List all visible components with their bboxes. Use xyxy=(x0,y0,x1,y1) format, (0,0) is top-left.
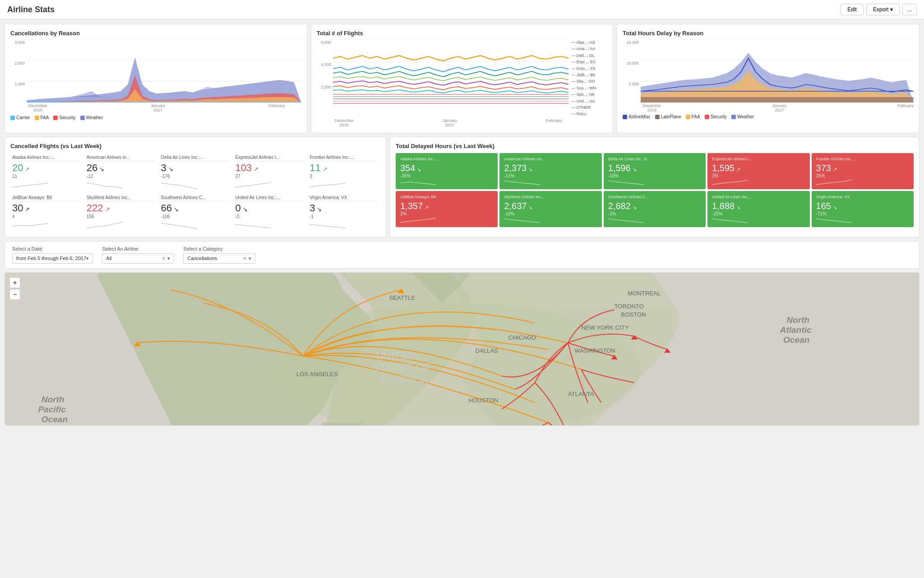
cancellations-chart-panel: Cancellations by Reason 3,000 2,000 1,00… xyxy=(5,24,307,133)
sparkline-american xyxy=(87,181,123,190)
legend-faa-dot xyxy=(35,116,39,120)
sparkline-delayed-southwest xyxy=(608,216,644,224)
delayed-skywest: SkyWest Airlines Inc... 2,637 ↘ -10% xyxy=(499,191,601,227)
delay-x-labels: December2016 January2017 February xyxy=(623,103,914,112)
x-label-jan-cancel: January2017 xyxy=(151,103,165,112)
header-buttons: Edit Export ▾ ... xyxy=(841,4,917,15)
legend-weather: Weather xyxy=(80,115,103,120)
category-filter-clear[interactable]: ✕ xyxy=(243,256,247,261)
category-filter-label: Select a Category xyxy=(183,246,255,252)
x-label-feb-cancel: February xyxy=(269,103,285,112)
svg-text:SEATTLE: SEATTLE xyxy=(389,294,416,301)
sparkline-expressjet xyxy=(235,181,271,190)
svg-text:Atlantic: Atlantic xyxy=(780,325,812,335)
sparkline-delayed-delta xyxy=(608,178,644,186)
app-header: Airline Stats Edit Export ▾ ... xyxy=(0,0,924,19)
svg-text:CHICAGO: CHICAGO xyxy=(508,334,536,341)
sparkline-skywest xyxy=(87,221,123,230)
flights-svg xyxy=(333,39,569,107)
delayed-jetblue: JetBlue Airways: B6 1,357 ↗ 2% xyxy=(396,191,498,227)
legend-weather-label: Weather xyxy=(86,115,103,120)
map-zoom-in[interactable]: + xyxy=(9,277,20,288)
map-panel: + − xyxy=(5,272,919,426)
delay-svg xyxy=(641,39,914,103)
svg-text:North: North xyxy=(786,315,809,325)
airline-filter-select[interactable]: All ✕ ▾ xyxy=(102,253,174,264)
map-controls: + − xyxy=(9,277,20,300)
legend-security-label: Security xyxy=(59,115,75,120)
airline-filter-group: Select An Airline: All ✕ ▾ xyxy=(102,246,174,264)
cancelled-jetblue: JetBlue Airways: B6 30 ↗ 4 xyxy=(10,193,83,232)
cancellations-chart-title: Cancellations by Reason xyxy=(10,30,301,37)
cancelled-alaska: Alaska Airlines Inc.:... 20 ↗ 11 xyxy=(10,153,83,191)
sparkline-delayed-alaska xyxy=(400,178,436,186)
delayed-panel: Total Delayed Hours (vs Last Week) Alask… xyxy=(390,137,919,238)
sparkline-delayed-skywest xyxy=(504,216,540,224)
edit-button[interactable]: Edit xyxy=(841,4,864,15)
sparkline-united-cancelled xyxy=(235,221,271,230)
main-content: Cancellations by Reason 3,000 2,000 1,00… xyxy=(0,19,924,430)
cancelled-airline-grid: Alaska Airlines Inc.:... 20 ↗ 11 America… xyxy=(10,153,380,232)
delayed-united: United Air Lines Inc.:... 1,888 ↘ -15% xyxy=(707,191,809,227)
x-label-dec-cancel: December2016 xyxy=(28,103,47,112)
legend-faa: FAA xyxy=(35,115,49,120)
y-4000: 4,000 xyxy=(317,62,331,67)
svg-text:LOS ANGELES: LOS ANGELES xyxy=(296,370,338,377)
category-filter-select[interactable]: Cancellations ✕ ▾ xyxy=(183,253,255,264)
charts-row: Cancellations by Reason 3,000 2,000 1,00… xyxy=(5,24,919,133)
map-svg: North Pacific Ocean North Atlantic Ocean… xyxy=(5,273,919,426)
airline-filter-clear[interactable]: ✕ xyxy=(162,256,166,261)
svg-text:DALLAS: DALLAS xyxy=(475,347,498,354)
svg-text:AMERICA: AMERICA xyxy=(379,374,429,386)
airline-filter-arrow: ▾ xyxy=(167,256,170,261)
sparkline-delayed-expressjet xyxy=(712,178,748,186)
y-6000: 6,000 xyxy=(317,40,331,45)
svg-text:ATLANTA: ATLANTA xyxy=(568,390,594,397)
cancelled-delta: Delta Air Lines Inc.:... 3 ↘ -176 xyxy=(159,153,232,191)
map-zoom-out[interactable]: − xyxy=(9,289,20,300)
total-flights-chart-panel: Total # of Flights 6,000 4,000 2,000 xyxy=(311,24,614,133)
svg-text:HOUSTON: HOUSTON xyxy=(469,397,499,404)
date-filter-value: from Feb 5 through Feb 6, 2017 xyxy=(16,256,86,261)
sparkline-delayed-frontier xyxy=(816,178,852,186)
flights-x-labels: December2016 January2017 February xyxy=(317,118,608,127)
delay-chart-title: Total Hours Delay by Reason xyxy=(623,30,914,37)
category-filter-arrow: ▾ xyxy=(249,256,251,261)
sparkline-delayed-united xyxy=(712,216,748,224)
delayed-southwest: Southwest Airlines C... 2,682 ↘ -2% xyxy=(604,191,706,227)
export-button[interactable]: Export ▾ xyxy=(866,4,900,15)
sparkline-virgin-cancelled xyxy=(310,221,346,230)
legend-security-dot xyxy=(53,116,58,120)
filter-row: Select a Date: from Feb 5 through Feb 6,… xyxy=(5,241,919,269)
svg-text:MONTREAL: MONTREAL xyxy=(628,289,661,296)
y-label-3000: 3,000 xyxy=(10,40,25,45)
date-filter-select[interactable]: from Feb 5 through Feb 6, 2017 ▾ xyxy=(12,253,93,264)
delay-legend: AirlineMisc LatePlane FAA Security Weath… xyxy=(623,114,914,119)
delayed-expressjet: ExpressJet Airlines I... 1,595 ↗ 3% xyxy=(707,153,809,189)
y-2000: 2,000 xyxy=(317,85,331,89)
delayed-virgin: Virgin America: VX 165 ↘ -71% xyxy=(812,191,914,227)
cancelled-panel: Cancelled Flights (vs Last Week) Alaska … xyxy=(5,137,386,238)
sparkline-frontier xyxy=(310,181,346,190)
flights-legend: — Alas...: AS — Ame...: AA — Delt...: DL… xyxy=(571,39,607,117)
airline-filter-value: All xyxy=(106,256,162,261)
cancelled-skywest: SkyWest Airlines Inc... 222 ↗ 156 xyxy=(85,193,157,232)
more-button[interactable]: ... xyxy=(902,4,917,15)
delayed-title: Total Delayed Hours (vs Last Week) xyxy=(396,143,914,149)
date-filter-arrow: ▾ xyxy=(86,256,89,261)
cancellations-x-labels: December2016 January2017 February xyxy=(10,103,301,112)
sparkline-jetblue xyxy=(12,221,48,230)
cancelled-united: United Air Lines Inc.:... 0 ↘ -3 xyxy=(233,193,306,232)
cancelled-virgin: Virgin America: VX 3 ↘ -1 xyxy=(308,193,380,232)
svg-text:STATES OF: STATES OF xyxy=(373,362,430,373)
delayed-american: American Airlines Inc... 2,373 ↘ -11% xyxy=(499,153,601,189)
cancellations-legend: Carrier FAA Security Weather xyxy=(10,115,301,120)
cancellations-chart-container: 3,000 2,000 1,000 xyxy=(10,39,301,112)
total-flights-title: Total # of Flights xyxy=(317,30,608,37)
category-filter-value: Cancellations xyxy=(187,256,243,261)
cancelled-title: Cancelled Flights (vs Last Week) xyxy=(10,143,380,149)
svg-text:WASHINGTON: WASHINGTON xyxy=(575,347,615,354)
legend-weather-dot xyxy=(80,116,85,120)
svg-text:Ocean: Ocean xyxy=(783,335,809,345)
legend-carrier-dot xyxy=(10,116,15,120)
